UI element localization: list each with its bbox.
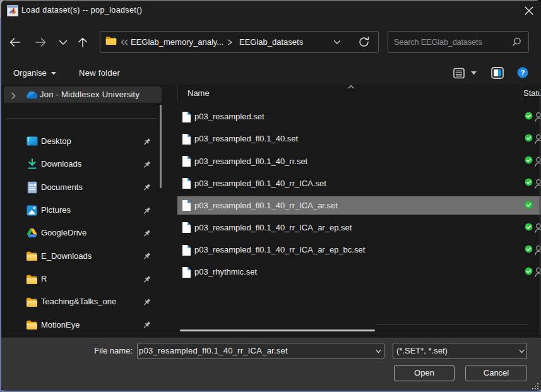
svg-text:?: ? bbox=[520, 69, 525, 76]
